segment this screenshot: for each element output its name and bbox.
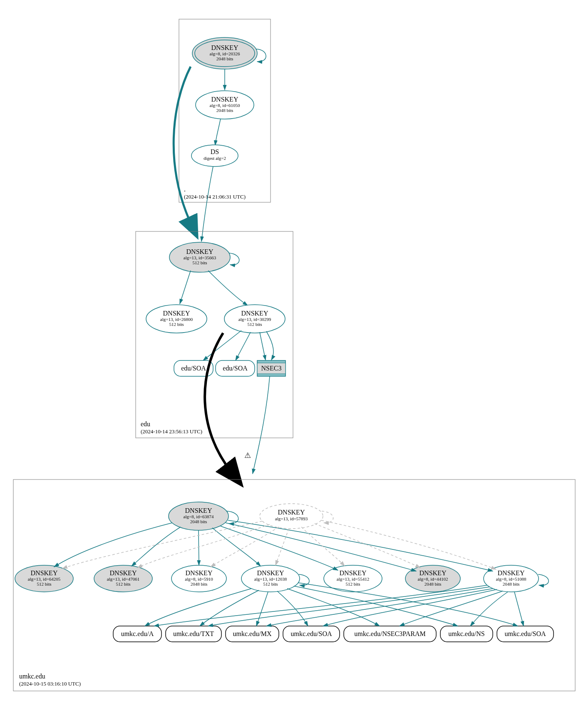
- svg-text:2048 bits: 2048 bits: [216, 56, 233, 61]
- edu-soa-2[interactable]: edu/SOA: [216, 360, 255, 376]
- ed-kd-k6: [315, 524, 420, 568]
- svg-text:DNSKEY: DNSKEY: [498, 569, 525, 576]
- zone-umkc-date: (2024-10-15 03:16:10 UTC): [19, 681, 81, 687]
- dnskey-umkc-63874[interactable]: DNSKEY alg=8, id=63874 2048 bits: [169, 502, 228, 530]
- svg-text:512 bits: 512 bits: [192, 260, 207, 265]
- svg-text:2048 bits: 2048 bits: [191, 581, 208, 586]
- svg-text:DNSKEY: DNSKEY: [31, 569, 58, 576]
- edge-self-umkc-dashed: [322, 511, 333, 523]
- svg-text:umkc.edu/MX: umkc.edu/MX: [233, 630, 272, 637]
- svg-text:512 bits: 512 bits: [345, 581, 360, 586]
- e-ksk-k6: [226, 523, 416, 571]
- e-k7-soa: [323, 589, 497, 626]
- dnskey-edu-26800[interactable]: DNSKEY alg=13, id=26800 512 bits: [146, 305, 207, 333]
- svg-text:edu/SOA: edu/SOA: [223, 365, 248, 372]
- dnskey-umkc-44102[interactable]: DNSKEY alg=8, id=44102 2048 bits: [405, 565, 460, 592]
- dnskey-root-ksk[interactable]: DNSKEY alg=8, id=20326 2048 bits: [192, 37, 257, 69]
- svg-text:edu/SOA: edu/SOA: [181, 365, 206, 372]
- dnskey-umkc-5910[interactable]: DNSKEY alg=8, id=5910 2048 bits: [171, 565, 226, 592]
- ed-kd-k7: [321, 520, 496, 569]
- svg-text:DS: DS: [211, 148, 219, 155]
- rr-umkc-txt[interactable]: umkc.edu/TXT: [166, 626, 221, 642]
- edge-edu-zsk2-soa2: [236, 332, 251, 360]
- svg-text:alg=13, id=12038: alg=13, id=12038: [254, 576, 287, 581]
- e-k7-mx: [266, 589, 493, 626]
- svg-text:DNSKEY: DNSKEY: [185, 507, 212, 514]
- zone-edu-date: (2024-10-14 23:56:13 UTC): [141, 428, 202, 435]
- edge-edu-ksk-zsk1: [180, 271, 191, 304]
- svg-text:alg=13, id=57893: alg=13, id=57893: [275, 516, 308, 521]
- svg-text:alg=13, id=30299: alg=13, id=30299: [238, 317, 271, 322]
- e-k7-ns: [470, 592, 508, 626]
- svg-text:alg=8, id=51088: alg=8, id=51088: [496, 576, 526, 581]
- zone-root-label: .: [184, 186, 186, 193]
- rr-umkc-mx[interactable]: umkc.edu/MX: [226, 626, 279, 642]
- dnskey-umkc-64205[interactable]: DNSKEY alg=13, id=64205 512 bits: [15, 565, 73, 592]
- e-k7-txt: [208, 587, 489, 626]
- rr-umkc-soa[interactable]: umkc.edu/SOA: [283, 626, 340, 642]
- svg-text:DNSKEY: DNSKEY: [257, 569, 284, 576]
- ed-kd-k2: [137, 524, 270, 568]
- warning-icon: ⚠: [244, 451, 251, 460]
- svg-text:DNSKEY: DNSKEY: [211, 44, 238, 51]
- svg-text:alg=8, id=61050: alg=8, id=61050: [210, 103, 240, 108]
- edge-self-edu-ksk: [229, 253, 239, 265]
- svg-text:DNSKEY: DNSKEY: [211, 96, 238, 103]
- svg-text:DNSKEY: DNSKEY: [278, 509, 305, 516]
- svg-text:2048 bits: 2048 bits: [216, 108, 233, 113]
- svg-text:alg=8, id=20326: alg=8, id=20326: [210, 51, 240, 56]
- e-k4-txt: [200, 590, 259, 626]
- rr-umkc-soa2[interactable]: umkc.edu/SOA: [497, 626, 554, 642]
- ed-kd-k4: [276, 529, 289, 565]
- edge-root-to-edu: [174, 67, 191, 225]
- zone-umkc-label: umkc.edu: [19, 673, 45, 680]
- rr-umkc-a[interactable]: umkc.edu/A: [113, 626, 161, 642]
- svg-text:umkc.edu/NSEC3PARAM: umkc.edu/NSEC3PARAM: [354, 630, 425, 637]
- svg-text:2048 bits: 2048 bits: [190, 519, 207, 524]
- e-k7-soa2: [514, 592, 524, 626]
- svg-text:2048 bits: 2048 bits: [425, 581, 442, 586]
- svg-text:DNSKEY: DNSKEY: [420, 569, 447, 576]
- e-k4-mx: [256, 592, 268, 626]
- ed-kd-k1: [62, 521, 262, 569]
- rr-umkc-ns[interactable]: umkc.edu/NS: [440, 626, 493, 642]
- edu-nsec3[interactable]: NSEC3: [257, 360, 286, 376]
- edge-edu-to-umkc: [205, 333, 231, 472]
- svg-text:DNSKEY: DNSKEY: [186, 569, 213, 576]
- svg-text:512 bits: 512 bits: [169, 322, 184, 327]
- svg-text:alg=8, id=5910: alg=8, id=5910: [185, 576, 213, 581]
- svg-text:512 bits: 512 bits: [37, 581, 51, 586]
- dnskey-umkc-47061[interactable]: DNSKEY alg=13, id=47061 512 bits: [94, 565, 152, 592]
- svg-text:umkc.edu/A: umkc.edu/A: [121, 630, 154, 637]
- svg-text:alg=8, id=44102: alg=8, id=44102: [418, 576, 448, 581]
- svg-text:digest alg=2: digest alg=2: [204, 156, 226, 161]
- svg-text:alg=13, id=55412: alg=13, id=55412: [337, 576, 369, 581]
- rr-umkc-nsec3param[interactable]: umkc.edu/NSEC3PARAM: [344, 626, 436, 642]
- dnskey-edu-ksk[interactable]: DNSKEY alg=13, id=35663 512 bits: [169, 242, 230, 272]
- ds-root[interactable]: DS digest alg=2: [191, 145, 238, 166]
- e-ksk-k4: [212, 528, 261, 566]
- dnskey-umkc-12038[interactable]: DNSKEY alg=13, id=12038 512 bits: [241, 565, 300, 592]
- dnskey-umkc-51088[interactable]: DNSKEY alg=8, id=51088 2048 bits: [484, 565, 539, 592]
- svg-text:DNSKEY: DNSKEY: [340, 569, 367, 576]
- svg-text:umkc.edu/NS: umkc.edu/NS: [448, 630, 485, 637]
- svg-text:umkc.edu/SOA: umkc.edu/SOA: [504, 630, 546, 637]
- svg-text:alg=8, id=63874: alg=8, id=63874: [184, 514, 214, 519]
- svg-text:alg=13, id=64205: alg=13, id=64205: [28, 576, 61, 581]
- svg-text:DNSKEY: DNSKEY: [241, 310, 268, 317]
- dnskey-edu-30299[interactable]: DNSKEY alg=13, id=30299 512 bits: [224, 305, 285, 333]
- svg-text:DNSKEY: DNSKEY: [186, 248, 214, 255]
- svg-text:DNSKEY: DNSKEY: [163, 310, 190, 317]
- zone-root-date: (2024-10-14 21:06:31 UTC): [184, 194, 246, 200]
- svg-text:512 bits: 512 bits: [247, 322, 262, 327]
- svg-text:512 bits: 512 bits: [263, 581, 278, 586]
- edge-self-root-ksk: [256, 49, 266, 62]
- svg-text:alg=13, id=47061: alg=13, id=47061: [107, 576, 139, 581]
- dnskey-root-zsk[interactable]: DNSKEY alg=8, id=61050 2048 bits: [196, 91, 254, 119]
- svg-text:2048 bits: 2048 bits: [503, 581, 520, 586]
- edge-edu-zsk2-nsec3a: [260, 332, 266, 360]
- edge-edu-zsk2-nsec3b: [266, 331, 273, 360]
- edge-edu-ksk-zsk2: [208, 271, 248, 306]
- svg-text:umkc.edu/SOA: umkc.edu/SOA: [291, 630, 332, 637]
- svg-text:512 bits: 512 bits: [116, 581, 130, 586]
